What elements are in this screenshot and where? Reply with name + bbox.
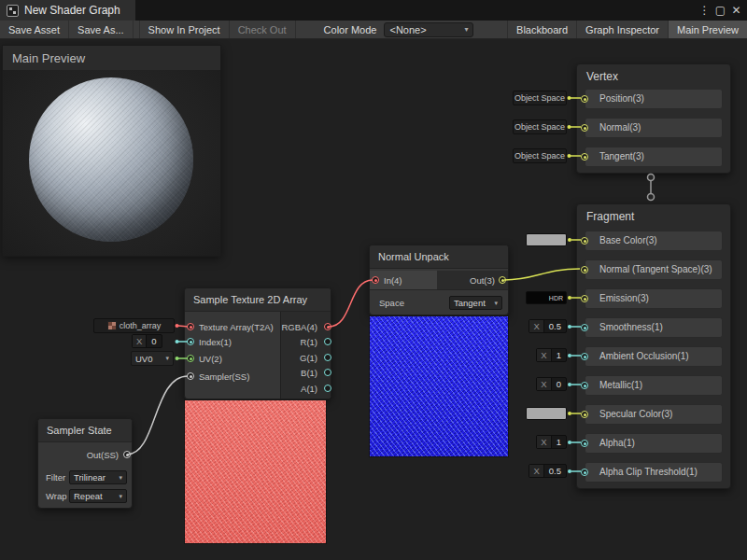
port-out3-output[interactable] xyxy=(499,276,506,284)
port-normal-input[interactable] xyxy=(581,124,588,132)
wrap-label: Wrap xyxy=(46,492,67,501)
out-ss-label: Out(SS) xyxy=(87,451,119,460)
block-alpha[interactable]: Alpha(1) xyxy=(585,433,723,454)
port-tangent-input[interactable] xyxy=(581,153,588,161)
graph-inspector-toggle-button[interactable]: Graph Inspector xyxy=(576,21,668,38)
alpha-clip-field[interactable]: X 0.5 xyxy=(529,464,567,478)
port-alpha-clip-input[interactable] xyxy=(581,469,588,476)
ambient-occlusion-field[interactable]: X 1 xyxy=(536,348,567,362)
port-base-color-input[interactable] xyxy=(581,237,588,245)
position-space-badge[interactable]: Object Space xyxy=(513,91,567,105)
port-rgba-output[interactable] xyxy=(324,323,331,330)
color-mode-dropdown[interactable]: <None> ▾ xyxy=(384,22,473,37)
index-value[interactable]: 0 xyxy=(147,335,161,347)
block-base-color-label: Base Color(3) xyxy=(599,235,657,245)
r-output-label: R(1) xyxy=(301,338,317,347)
window-menu-icon[interactable]: ⋮ xyxy=(697,2,712,19)
block-alpha-clip[interactable]: Alpha Clip Threshold(1) xyxy=(585,462,723,483)
base-color-swatch[interactable] xyxy=(526,233,567,246)
smoothness-field[interactable]: X 0.5 xyxy=(529,319,567,333)
normal-unpack-title: Normal Unpack xyxy=(370,245,508,269)
port-g-output[interactable] xyxy=(324,354,331,361)
specular-color-swatch[interactable] xyxy=(526,407,567,420)
vertex-node-title: Vertex xyxy=(577,64,730,88)
normal-space-badge[interactable]: Object Space xyxy=(513,119,567,134)
smoothness-value[interactable]: 0.5 xyxy=(544,320,566,332)
sample-node-texture-preview xyxy=(184,399,327,544)
sampler-state-node[interactable]: Sampler State Out(SS) Filter Trilinear ▾… xyxy=(37,418,133,509)
block-metallic[interactable]: Metallic(1) xyxy=(585,375,723,396)
index-axis-label: X xyxy=(133,335,147,347)
cloth-array-texture-badge[interactable]: cloth_array xyxy=(93,318,175,333)
alpha-value[interactable]: 1 xyxy=(552,436,566,448)
port-out-ss-output[interactable] xyxy=(123,451,131,458)
sample-texture-2d-array-node[interactable]: Sample Texture 2D Array Texture Array(T2… xyxy=(184,287,331,399)
maximize-icon[interactable]: ▢ xyxy=(712,2,728,19)
show-in-project-button[interactable]: Show In Project xyxy=(140,21,230,38)
alpha-clip-value[interactable]: 0.5 xyxy=(544,465,566,477)
color-mode-label: Color Mode xyxy=(324,21,385,38)
block-position[interactable]: Position(3) xyxy=(585,89,723,109)
main-preview-panel[interactable]: Main Preview xyxy=(2,45,221,257)
fragment-node[interactable]: Fragment Base Color(3) Normal (Tangent S… xyxy=(576,203,731,489)
port-smoothness-input[interactable] xyxy=(581,324,588,331)
alpha-field[interactable]: X 1 xyxy=(536,435,567,449)
alpha-clip-axis-label: X xyxy=(529,465,543,477)
port-uv-input[interactable] xyxy=(187,355,194,362)
port-sampler-input[interactable] xyxy=(187,372,194,380)
space-dropdown[interactable]: Tangent ▾ xyxy=(449,296,502,310)
block-emission[interactable]: Emission(3) xyxy=(585,288,723,309)
block-smoothness[interactable]: Smoothness(1) xyxy=(585,317,723,338)
close-icon[interactable]: ✕ xyxy=(728,2,744,19)
vertex-node[interactable]: Vertex Position(3) Normal(3) Tangent(3) xyxy=(576,63,731,174)
wrap-value: Repeat xyxy=(74,491,103,501)
cloth-array-label: cloth_array xyxy=(120,321,162,330)
sampler-input-label: Sampler(SS) xyxy=(199,372,249,382)
save-as-button[interactable]: Save As... xyxy=(69,21,134,38)
metallic-field[interactable]: X 0 xyxy=(536,377,567,391)
g-output-label: G(1) xyxy=(300,354,317,363)
block-tangent[interactable]: Tangent(3) xyxy=(585,147,723,167)
port-specular-color-input[interactable] xyxy=(581,411,588,418)
document-title: New Shader Graph xyxy=(24,4,120,17)
wrap-dropdown[interactable]: Repeat ▾ xyxy=(69,489,127,503)
block-metallic-label: Metallic(1) xyxy=(599,380,642,390)
smoothness-axis-label: X xyxy=(529,320,543,332)
block-base-color[interactable]: Base Color(3) xyxy=(585,231,723,251)
normal-unpack-node[interactable]: Normal Unpack In(4) Out(3) Space Tangent… xyxy=(369,245,509,315)
emission-color-swatch[interactable]: HDR xyxy=(526,291,567,304)
port-position-input[interactable] xyxy=(581,95,588,103)
blackboard-toggle-button[interactable]: Blackboard xyxy=(507,21,576,38)
alpha-axis-label: X xyxy=(537,436,551,448)
index-field[interactable]: X 0 xyxy=(132,334,162,348)
main-preview-panel-title[interactable]: Main Preview xyxy=(3,46,220,71)
normal-space-label: Object Space xyxy=(514,122,565,132)
document-tab[interactable]: New Shader Graph xyxy=(0,0,135,21)
port-r-output[interactable] xyxy=(324,338,331,345)
port-b-output[interactable] xyxy=(324,369,331,376)
toolbar-right-group: Blackboard Graph Inspector Main Preview xyxy=(507,21,747,38)
block-specular-color[interactable]: Specular Color(3) xyxy=(585,404,723,425)
port-emission-input[interactable] xyxy=(581,295,588,302)
block-normal[interactable]: Normal(3) xyxy=(585,118,723,138)
tangent-space-badge[interactable]: Object Space xyxy=(513,148,567,163)
uv-channel-dropdown[interactable]: UV0 ▾ xyxy=(131,351,174,366)
block-normal-ts[interactable]: Normal (Tangent Space)(3) xyxy=(585,259,723,280)
port-a-output[interactable] xyxy=(324,385,331,392)
main-preview-toggle-button[interactable]: Main Preview xyxy=(668,21,747,38)
port-in4-input[interactable] xyxy=(372,276,379,284)
port-alpha-input[interactable] xyxy=(581,440,588,447)
title-bar: New Shader Graph ⋮ ▢ ✕ xyxy=(0,0,747,21)
tangent-space-label: Object Space xyxy=(514,151,565,161)
port-ambient-occlusion-input[interactable] xyxy=(581,353,588,360)
metallic-value[interactable]: 0 xyxy=(552,378,566,390)
block-ambient-occlusion[interactable]: Ambient Occlusion(1) xyxy=(585,346,723,367)
port-normal-ts-input[interactable] xyxy=(581,266,588,273)
filter-dropdown[interactable]: Trilinear ▾ xyxy=(69,470,127,484)
save-asset-button[interactable]: Save Asset xyxy=(0,21,69,38)
port-metallic-input[interactable] xyxy=(581,382,588,389)
ao-value[interactable]: 1 xyxy=(552,349,566,361)
block-ambient-occlusion-label: Ambient Occlusion(1) xyxy=(599,351,689,361)
port-index-input[interactable] xyxy=(187,338,194,345)
port-texture-array-input[interactable] xyxy=(187,323,194,330)
